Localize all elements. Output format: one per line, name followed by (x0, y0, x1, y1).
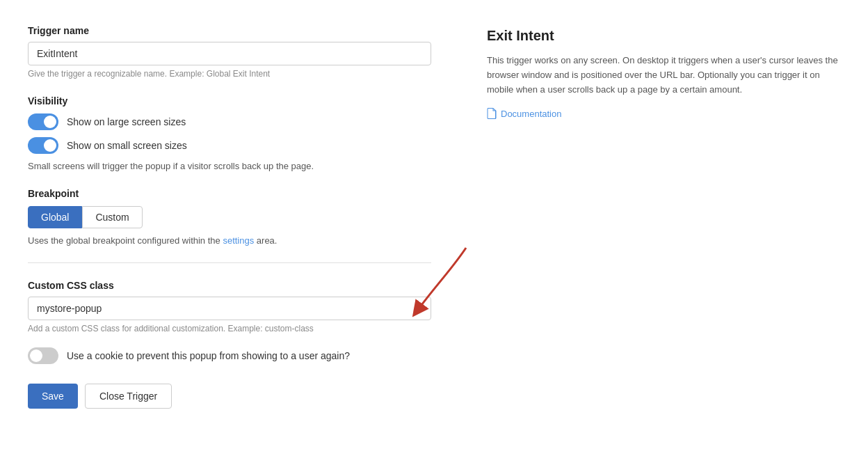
visibility-label: Visibility (28, 95, 431, 107)
cookie-label: Use a cookie to prevent this popup from … (67, 350, 350, 361)
save-button[interactable]: Save (28, 384, 78, 409)
right-title: Exit Intent (487, 28, 840, 44)
small-screen-toggle-row: Show on small screen sizes (28, 137, 431, 154)
large-screen-label: Show on large screen sizes (67, 116, 186, 127)
breakpoint-note-prefix: Uses the global breakpoint configured wi… (28, 235, 223, 246)
css-class-section: Custom CSS class Add a custom CSS class … (28, 280, 431, 333)
breakpoint-note-suffix: area. (254, 235, 277, 246)
large-screen-slider (28, 113, 58, 130)
settings-link[interactable]: settings (223, 235, 254, 246)
cookie-slider (28, 347, 58, 364)
small-screen-label: Show on small screen sizes (67, 140, 187, 151)
breakpoint-global-button[interactable]: Global (28, 206, 82, 228)
large-screen-toggle[interactable] (28, 113, 58, 130)
large-screen-toggle-row: Show on large screen sizes (28, 113, 431, 130)
section-divider (28, 262, 431, 263)
css-class-input[interactable] (28, 297, 431, 320)
documentation-link-text: Documentation (501, 109, 561, 119)
right-description: This trigger works on any screen. On des… (487, 54, 840, 97)
breakpoint-note: Uses the global breakpoint configured wi… (28, 235, 431, 246)
breakpoint-button-group: Global Custom (28, 206, 431, 228)
action-buttons: Save Close Trigger (28, 384, 431, 409)
small-screen-slider (28, 137, 58, 154)
right-panel: Exit Intent This trigger works on any sc… (487, 25, 840, 409)
trigger-name-hint: Give the trigger a recognizable name. Ex… (28, 69, 431, 79)
close-trigger-button[interactable]: Close Trigger (85, 384, 172, 409)
css-class-hint: Add a custom CSS class for additional cu… (28, 324, 431, 333)
breakpoint-custom-button[interactable]: Custom (82, 206, 142, 228)
trigger-name-section: Trigger name Give the trigger a recogniz… (28, 25, 431, 79)
document-icon (487, 108, 497, 119)
documentation-link[interactable]: Documentation (487, 108, 840, 119)
small-screen-toggle[interactable] (28, 137, 58, 154)
breakpoint-section: Breakpoint Global Custom Uses the global… (28, 188, 431, 246)
small-screen-note: Small screens will trigger the popup if … (28, 161, 431, 171)
trigger-name-label: Trigger name (28, 25, 431, 36)
trigger-name-input[interactable] (28, 42, 431, 65)
cookie-section: Use a cookie to prevent this popup from … (28, 347, 431, 364)
cookie-toggle[interactable] (28, 347, 58, 364)
visibility-section: Visibility Show on large screen sizes Sh… (28, 95, 431, 171)
left-panel: Trigger name Give the trigger a recogniz… (28, 25, 431, 409)
css-class-label: Custom CSS class (28, 280, 431, 291)
breakpoint-label: Breakpoint (28, 188, 431, 199)
